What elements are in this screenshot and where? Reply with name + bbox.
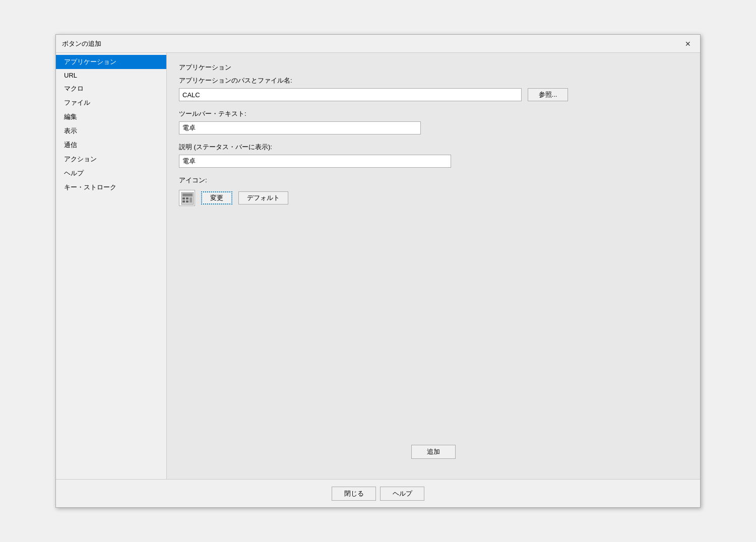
sidebar-item-application[interactable]: アプリケーション [56, 55, 166, 69]
sidebar-item-url[interactable]: URL [56, 69, 166, 82]
dialog: ボタンの追加 ✕ アプリケーション URL マクロ ファイル 編集 表示 [55, 34, 701, 508]
sidebar-item-action[interactable]: アクション [56, 152, 166, 166]
sidebar-item-edit[interactable]: 編集 [56, 110, 166, 124]
icon-label: アイコン: [179, 176, 688, 185]
dialog-body: アプリケーション URL マクロ ファイル 編集 表示 通信 アクション [56, 53, 700, 479]
toolbar-label: ツールバー・テキスト: [179, 109, 688, 118]
calculator-icon [179, 190, 195, 206]
path-label: アプリケーションのパスとファイル名: [179, 76, 688, 85]
toolbar-input-row [179, 121, 688, 134]
help-button[interactable]: ヘルプ [380, 487, 424, 501]
dialog-title: ボタンの追加 [62, 39, 101, 48]
path-input-row: 参照... [179, 88, 688, 101]
path-input[interactable] [179, 88, 522, 101]
sidebar-item-network[interactable]: 通信 [56, 138, 166, 152]
svg-rect-5 [182, 200, 185, 202]
close-icon[interactable]: ✕ [682, 38, 694, 50]
svg-rect-7 [190, 197, 192, 202]
default-button[interactable]: デフォルト [238, 191, 288, 205]
main-content: アプリケーション アプリケーションのパスとファイル名: 参照... ツールバー・… [167, 53, 700, 479]
desc-input-row [179, 155, 688, 168]
add-button-area: 追加 [179, 206, 688, 469]
sidebar-item-keystroke[interactable]: キー・ストローク [56, 180, 166, 194]
sidebar-item-help[interactable]: ヘルプ [56, 166, 166, 180]
svg-rect-6 [186, 200, 188, 202]
sidebar: アプリケーション URL マクロ ファイル 編集 表示 通信 アクション [56, 53, 167, 479]
svg-rect-3 [186, 197, 188, 199]
add-button[interactable]: 追加 [411, 445, 456, 459]
close-button[interactable]: 閉じる [332, 487, 376, 501]
icon-area: 変更 デフォルト [179, 190, 688, 206]
title-bar: ボタンの追加 ✕ [56, 35, 700, 53]
footer: 閉じる ヘルプ [56, 479, 700, 507]
ref-button[interactable]: 参照... [528, 88, 568, 101]
desc-input[interactable] [179, 155, 451, 168]
change-button[interactable]: 変更 [201, 191, 232, 205]
svg-rect-2 [182, 197, 185, 199]
desc-label: 説明 (ステータス・バーに表示): [179, 143, 688, 152]
section-title: アプリケーション [179, 63, 688, 72]
sidebar-item-macro[interactable]: マクロ [56, 82, 166, 96]
sidebar-item-file[interactable]: ファイル [56, 96, 166, 110]
svg-rect-1 [182, 193, 193, 196]
toolbar-input[interactable] [179, 121, 421, 134]
sidebar-item-view[interactable]: 表示 [56, 124, 166, 138]
